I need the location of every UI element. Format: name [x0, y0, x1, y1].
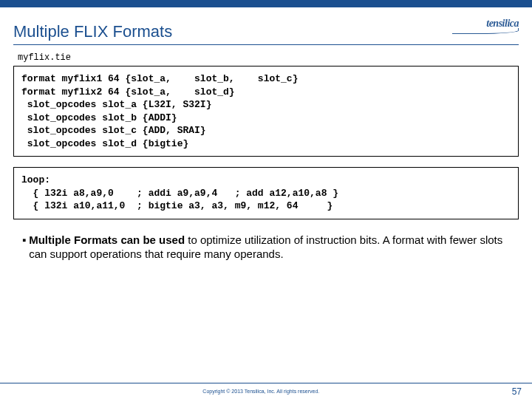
page-number: 57	[512, 386, 522, 397]
top-color-band	[0, 0, 532, 7]
body-paragraph: ▪ Multiple Formats can be used to optimi…	[22, 233, 510, 262]
page-title: Multiple FLIX Formats	[13, 22, 452, 41]
bullet-icon: ▪	[22, 233, 29, 262]
header-divider	[13, 44, 519, 45]
logo: tensilica	[452, 18, 519, 34]
title-wrap: Multiple FLIX Formats	[13, 10, 452, 41]
footer-copyright: Copyright © 2013 Tensilica, Inc. All rig…	[10, 389, 512, 394]
code-block-formats: format myflix1 64 {slot_a, slot_b, slot_…	[13, 66, 519, 157]
footer: Copyright © 2013 Tensilica, Inc. All rig…	[0, 383, 532, 399]
filename-label: myflix.tie	[18, 52, 532, 63]
header-row: Multiple FLIX Formats tensilica	[0, 7, 532, 41]
body-bold: Multiple Formats can be used	[29, 233, 185, 246]
code-block-loop: loop: { l32i a8,a9,0 ; addi a9,a9,4 ; ad…	[13, 167, 519, 219]
